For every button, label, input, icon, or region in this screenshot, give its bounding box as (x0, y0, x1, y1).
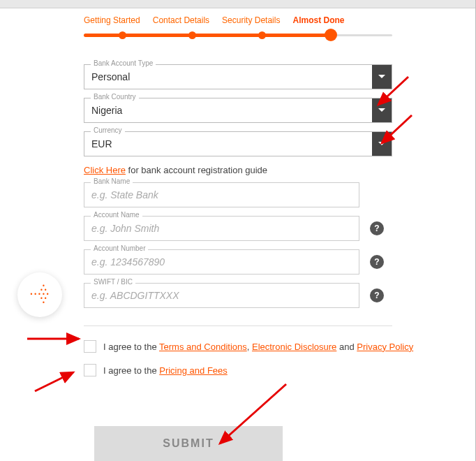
progress-container: Getting Started Contact Details Security… (0, 15, 476, 43)
input-account-name[interactable] (84, 217, 359, 240)
field-bank-account-type: Bank Account Type Personal (84, 64, 392, 89)
help-icon[interactable]: ? (370, 288, 384, 302)
chevron-down-icon (372, 132, 392, 156)
bank-guide-text: for bank account registration guide (126, 165, 267, 175)
form-area: Bank Account Type Personal Bank Country … (0, 43, 476, 308)
progress-bar (84, 29, 392, 43)
legend-bank-account-type: Bank Account Type (91, 59, 156, 67)
field-account-name: Account Name ? (84, 216, 359, 241)
step-getting-started[interactable]: Getting Started (84, 15, 140, 25)
pricing-text: I agree to the Pricing and Fees (103, 365, 228, 376)
divider (84, 325, 392, 326)
progress-labels: Getting Started Contact Details Security… (84, 15, 392, 25)
field-bank-country: Bank Country Nigeria (84, 98, 392, 123)
select-value: Personal (84, 65, 372, 89)
select-currency[interactable]: EUR (84, 131, 392, 156)
terms-text: I agree to the Terms and Conditions, Ele… (103, 342, 413, 352)
input-swift-bic[interactable] (84, 284, 359, 307)
legend-account-name: Account Name (91, 211, 142, 219)
input-bank-name[interactable] (84, 183, 359, 207)
legend-bank-country: Bank Country (91, 93, 139, 101)
select-value: Nigeria (84, 98, 372, 122)
help-icon[interactable]: ? (370, 255, 384, 269)
bank-guide-link[interactable]: Click Here (84, 165, 126, 175)
privacy-link[interactable]: Privacy Policy (357, 342, 413, 352)
step-security-details[interactable]: Security Details (222, 15, 280, 25)
select-bank-country[interactable]: Nigeria (84, 98, 392, 123)
floating-widget-button[interactable]: • ••••••• •• • (17, 272, 62, 317)
input-account-number[interactable] (84, 250, 359, 274)
chevron-down-icon (372, 98, 392, 122)
field-bank-name: Bank Name (84, 182, 392, 207)
select-bank-account-type[interactable]: Personal (84, 64, 392, 89)
legend-account-number: Account Number (91, 244, 148, 252)
field-currency: Currency EUR (84, 131, 392, 156)
pricing-checkbox[interactable] (84, 364, 96, 376)
pricing-link[interactable]: Pricing and Fees (159, 365, 228, 376)
pricing-agreement-row: I agree to the Pricing and Fees (0, 364, 476, 388)
legend-currency: Currency (91, 126, 125, 134)
dots-arrow-icon: • ••••••• •• • (29, 284, 50, 305)
select-value: EUR (84, 132, 372, 156)
terms-link[interactable]: Terms and Conditions (159, 342, 247, 352)
step-almost-done[interactable]: Almost Done (292, 15, 344, 25)
submit-button[interactable]: SUBMIT (94, 426, 283, 461)
bank-guide-link-row: Click Here for bank account registration… (84, 165, 392, 175)
terms-checkbox[interactable] (84, 340, 96, 353)
browser-topbar (0, 0, 476, 8)
disclosure-link[interactable]: Electronic Disclosure (252, 342, 336, 352)
field-account-number: Account Number ? (84, 249, 359, 275)
legend-swift-bic: SWIFT / BIC (91, 278, 135, 286)
legend-bank-name: Bank Name (91, 177, 133, 185)
terms-agreement-row: I agree to the Terms and Conditions, Ele… (0, 340, 476, 364)
chevron-down-icon (372, 65, 392, 89)
page-content: Getting Started Contact Details Security… (0, 8, 476, 461)
field-swift-bic: SWIFT / BIC ? (84, 283, 359, 308)
step-contact-details[interactable]: Contact Details (153, 15, 209, 25)
help-icon[interactable]: ? (370, 221, 384, 235)
